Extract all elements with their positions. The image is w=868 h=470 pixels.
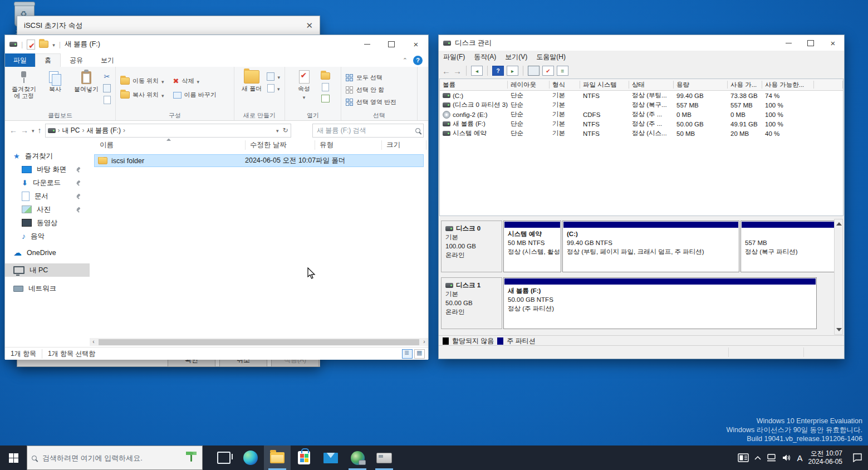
volume-row[interactable]: (디스크 0 파티션 3) 단순기본 정상 (복구... 557 MB557 M… — [440, 100, 843, 110]
volume-row[interactable]: 새 볼륨 (F:) 단순기본 NTFS정상 (주 ... 50.00 GB49.… — [440, 119, 843, 129]
delete-button[interactable]: 삭제 — [173, 77, 217, 85]
copy-button[interactable]: 복사 — [41, 69, 70, 111]
scroll-right-icon[interactable]: › — [420, 338, 428, 346]
edit-icon[interactable] — [322, 83, 329, 91]
forward-button[interactable]: → — [21, 126, 28, 135]
start-button[interactable] — [0, 445, 27, 470]
recent-locations-icon[interactable] — [32, 126, 35, 134]
breadcrumb-this-pc[interactable]: 내 PC — [62, 126, 80, 135]
address-dropdown-icon[interactable] — [276, 126, 279, 134]
edge-button[interactable] — [237, 445, 264, 470]
tab-share[interactable]: 공유 — [61, 53, 92, 67]
file-row-selected[interactable]: iscsi folder 2024-06-05 오전 10:07 파일 폴더 — [94, 154, 424, 167]
iscsi-initiator-button[interactable] — [344, 445, 371, 470]
qat-customize-icon[interactable] — [52, 41, 55, 48]
disk-1-label[interactable]: 디스크 1 기본 50.00 GB 온라인 — [441, 277, 502, 329]
col-capacity[interactable]: 용량 — [674, 81, 728, 89]
horizontal-scrollbar[interactable]: ‹ › — [90, 338, 428, 346]
new-item-icon[interactable] — [267, 72, 274, 81]
sidebar-item-onedrive[interactable]: OneDrive — [5, 246, 90, 260]
disk-mgmt-titlebar[interactable]: 디스크 관리 × — [439, 35, 844, 51]
tab-home[interactable]: 홈 — [35, 53, 61, 67]
forward-button[interactable]: → — [453, 66, 462, 76]
rename-button[interactable]: 이름 바꾸기 — [173, 91, 217, 99]
copy-path-icon[interactable] — [103, 84, 111, 92]
column-modified[interactable]: 수정한 날짜 — [246, 140, 315, 150]
tab-file[interactable]: 파일 — [5, 53, 35, 67]
maximize-button[interactable] — [379, 35, 404, 53]
breadcrumb-drive[interactable]: 새 볼륨 (F:) — [87, 126, 121, 135]
partition-c[interactable]: (C:) 99.40 GB NTFS 정상 (부팅, 페이지 파일, 크래시 덤… — [562, 221, 739, 272]
display-options-icon[interactable] — [528, 66, 540, 76]
sidebar-item-videos[interactable]: 동영상 — [5, 216, 90, 229]
sidebar-item-downloads[interactable]: 다운로드 — [5, 176, 90, 189]
disk-0-label[interactable]: 디스크 0 기본 100.00 GB 온라인 — [441, 221, 502, 272]
back-button[interactable]: ← — [442, 66, 450, 76]
column-type[interactable]: 유형 — [315, 140, 382, 150]
close-button[interactable]: × — [404, 35, 428, 53]
volume-row[interactable]: (C:) 단순기본 NTFS정상 (부팅... 99.40 GB73.38 GB… — [440, 91, 843, 100]
back-button[interactable]: ← — [9, 126, 17, 135]
col-fs[interactable]: 파일 시스템 — [580, 81, 629, 89]
history-icon[interactable] — [321, 95, 330, 102]
refresh-icon[interactable]: ↻ — [282, 126, 288, 134]
cut-icon[interactable] — [104, 72, 110, 81]
address-bar[interactable]: 내 PC 새 볼륨 (F:) ↻ — [45, 124, 291, 138]
disk-management-button[interactable] — [371, 445, 398, 470]
maximize-button[interactable] — [800, 35, 822, 51]
dialog-titlebar[interactable]: iSCSI 초기자 속성 ✕ — [17, 16, 320, 35]
large-icons-view-button[interactable] — [414, 349, 425, 359]
file-explorer-button[interactable] — [264, 445, 291, 470]
taskbar-search[interactable] — [27, 445, 203, 470]
ime-indicator[interactable]: A — [797, 453, 803, 463]
network-icon[interactable] — [767, 454, 777, 462]
col-volume[interactable]: 볼륨 — [440, 81, 508, 89]
scroll-down-icon[interactable] — [836, 328, 842, 331]
new-folder-button[interactable]: 새 폴더 — [239, 69, 264, 111]
task-view-button[interactable] — [210, 445, 237, 470]
scroll-up-icon[interactable] — [836, 222, 842, 226]
sidebar-item-documents[interactable]: 문서 — [5, 189, 90, 203]
open-icon[interactable] — [321, 72, 330, 80]
tab-view[interactable]: 보기 — [92, 53, 123, 67]
sidebar-item-network[interactable]: 네트워크 — [5, 282, 90, 295]
volume-row[interactable]: config-2 (E:) 단순기본 CDFS정상 (주 ... 0 MB0 M… — [440, 110, 843, 119]
col-layout[interactable]: 레이아웃 — [508, 81, 550, 89]
select-all-button[interactable]: 모두 선택 — [346, 74, 396, 82]
sidebar-item-this-pc[interactable]: 내 PC — [5, 263, 90, 277]
sidebar-item-music[interactable]: 음악 — [5, 229, 90, 243]
col-pct-free[interactable]: 사용 가능한... — [762, 81, 814, 89]
explorer-titlebar[interactable]: | | 새 볼륨 (F:) × — [5, 35, 428, 53]
check-disk-icon[interactable]: ✔ — [542, 66, 554, 76]
help-icon[interactable]: ? — [413, 56, 423, 65]
show-hidden-icons-chevron[interactable] — [754, 456, 761, 460]
partition-system-reserved[interactable]: 시스템 예약 50 MB NTFS 정상 (시스템, 활성 — [503, 221, 561, 272]
invert-selection-button[interactable]: 선택 영역 반전 — [346, 98, 396, 106]
properties-quick-icon[interactable] — [27, 40, 35, 50]
widgets-icon[interactable] — [738, 453, 749, 462]
minimize-button[interactable] — [355, 35, 379, 53]
search-input[interactable] — [316, 126, 415, 135]
explorer-search[interactable] — [312, 124, 424, 138]
partition-recovery[interactable]: 557 MB 정상 (복구 파티션) — [741, 221, 836, 272]
store-button[interactable] — [291, 445, 317, 470]
taskbar-search-input[interactable] — [41, 453, 181, 463]
volume-row[interactable]: 시스템 예약 단순기본 NTFS정상 (시스... 50 MB20 MB 40 … — [440, 129, 843, 138]
paste-shortcut-icon[interactable] — [104, 96, 111, 104]
scrollbar-thumb[interactable] — [99, 339, 419, 345]
sidebar-item-quick-access[interactable]: 즐겨찾기 — [5, 149, 90, 163]
close-icon[interactable]: ✕ — [306, 21, 313, 31]
properties-button[interactable]: 속성 — [290, 69, 318, 111]
mail-button[interactable] — [317, 445, 344, 470]
volume-icon[interactable] — [782, 454, 792, 462]
col-free[interactable]: 사용 가... — [728, 81, 762, 89]
help-icon[interactable]: ? — [492, 66, 504, 76]
action-center-icon[interactable] — [852, 453, 862, 462]
show-action-pane-icon[interactable]: ▸ — [507, 66, 518, 76]
menu-view[interactable]: 보기(V) — [501, 52, 532, 62]
ribbon-collapse-icon[interactable]: ⌃ — [403, 57, 408, 64]
col-status[interactable]: 상태 — [629, 81, 674, 89]
up-button[interactable]: ↑ — [38, 126, 42, 135]
column-size[interactable]: 크기 — [382, 140, 426, 150]
details-view-button[interactable] — [402, 349, 413, 359]
